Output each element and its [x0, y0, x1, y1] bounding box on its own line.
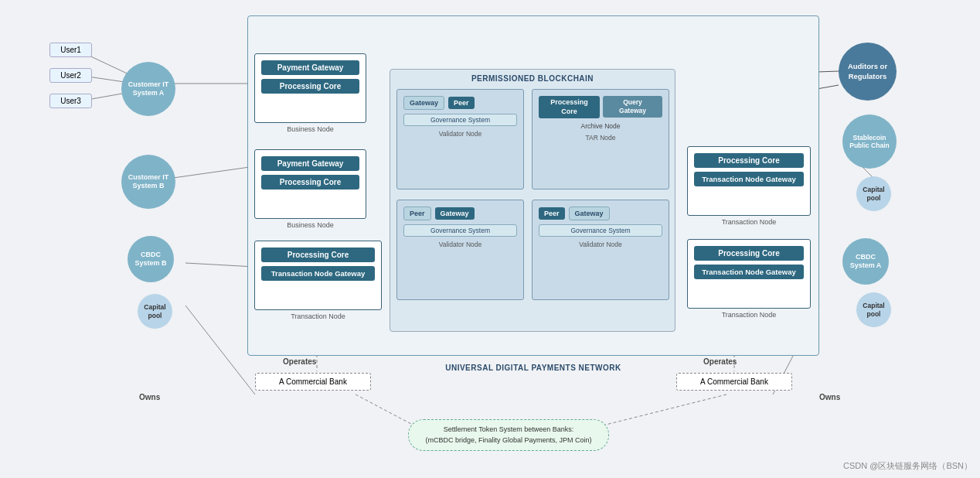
txn-node-gateway-tr1: Transaction Node Gateway	[694, 172, 804, 186]
transaction-node-right-1-panel: Processing Core Transaction Node Gateway…	[687, 146, 811, 216]
governance-3: Governance System	[539, 224, 662, 237]
transaction-node-right-2-panel: Processing Core Transaction Node Gateway…	[687, 239, 811, 309]
settlement-box: Settlement Token System between Banks: (…	[408, 419, 609, 451]
archive-node-label: Archive Node	[539, 122, 662, 130]
svg-line-5	[185, 263, 255, 267]
owns-right-label: Owns	[819, 393, 840, 401]
diagram-container: User1 User2 User3 Customer IT System A C…	[0, 0, 980, 478]
business-node-2-label: Business Node	[255, 221, 366, 229]
blockchain-box: PERMISSIONED BLOCKCHAIN Gateway Peer Gov…	[390, 69, 675, 332]
cbdc-system-b: CBDC System B	[128, 236, 174, 282]
business-node-1-panel: Payment Gateway Processing Core Business…	[254, 53, 366, 123]
cbdc-system-a: CBDC System A	[842, 238, 889, 285]
peer-1: Peer	[448, 97, 475, 109]
user3-box: User3	[49, 94, 92, 108]
payment-gateway-1: Payment Gateway	[261, 60, 359, 75]
stablecoin-circle: Stablecoin Public Chain	[842, 114, 897, 169]
txn-node-gateway-tr2: Transaction Node Gateway	[694, 265, 804, 279]
validator-node-1-panel: Gateway Peer Governance System Validator…	[396, 89, 524, 189]
capital-pool-stable: Capital pool	[856, 176, 891, 211]
bank-right-box: A Commercial Bank	[676, 373, 792, 391]
tar-node-label: TAR Node	[533, 134, 669, 142]
user2-box: User2	[49, 68, 92, 83]
validator-node-3-panel: Peer Gateway Governance System Validator…	[532, 200, 669, 300]
operates-left-label: Operates	[283, 357, 316, 366]
customer-it-system-a: Customer IT System A	[121, 62, 175, 116]
gateway-1: Gateway	[403, 96, 444, 110]
peer-2: Gateway	[435, 207, 475, 220]
watermark: CSDN @区块链服务网络（BSN）	[843, 460, 972, 472]
capital-pool-left: Capital pool	[138, 294, 172, 329]
transaction-node-right-2-label: Transaction Node	[688, 311, 810, 319]
tar-node-panel: Processing Core Query Gateway Archive No…	[532, 89, 669, 189]
svg-line-4	[173, 166, 255, 178]
user1-box: User1	[49, 43, 92, 57]
business-node-1-label: Business Node	[255, 125, 366, 133]
processing-core-tl: Processing Core	[261, 248, 375, 262]
validator-node-2-panel: Peer Gateway Governance System Validator…	[396, 200, 524, 300]
user3-label: User3	[60, 97, 81, 105]
user1-label: User1	[60, 46, 81, 54]
operates-right-label: Operates	[703, 357, 737, 366]
tar-query-gw: Query Gateway	[603, 96, 662, 118]
blockchain-title: PERMISSIONED BLOCKCHAIN	[390, 74, 675, 83]
gateway-3: Gateway	[569, 207, 610, 220]
transaction-node-left-label: Transaction Node	[255, 312, 381, 320]
main-outer-box: UNIVERSAL DIGITAL PAYMENTS NETWORK Payme…	[247, 15, 819, 356]
user2-label: User2	[60, 71, 81, 80]
customer-it-system-b: Customer IT System B	[121, 155, 175, 209]
capital-pool-right: Capital pool	[856, 292, 891, 327]
governance-2: Governance System	[403, 224, 517, 237]
svg-line-18	[587, 394, 726, 429]
processing-core-tr2: Processing Core	[694, 246, 804, 261]
transaction-node-right-1-label: Transaction Node	[688, 218, 810, 226]
owns-left-label: Owns	[139, 393, 160, 401]
processing-core-2: Processing Core	[261, 175, 359, 189]
txn-node-gateway-tl: Transaction Node Gateway	[261, 266, 375, 281]
peer-3: Peer	[539, 207, 565, 220]
gateway-2: Peer	[403, 207, 431, 220]
transaction-node-left-panel: Processing Core Transaction Node Gateway…	[254, 241, 382, 310]
business-node-2-panel: Payment Gateway Processing Core Business…	[254, 149, 366, 219]
validator-node-3-label: Validator Node	[533, 241, 669, 248]
svg-line-19	[185, 306, 255, 394]
tar-proc-core: Processing Core	[539, 96, 600, 118]
processing-core-tr1: Processing Core	[694, 153, 804, 168]
bank-left-box: A Commercial Bank	[255, 373, 371, 391]
validator-node-2-label: Validator Node	[397, 241, 523, 248]
payment-gateway-2: Payment Gateway	[261, 156, 359, 171]
processing-core-1: Processing Core	[261, 79, 359, 94]
governance-1: Governance System	[403, 114, 517, 126]
validator-node-1-label: Validator Node	[397, 130, 523, 138]
auditor-circle: Auditors or Regulators	[839, 43, 897, 101]
